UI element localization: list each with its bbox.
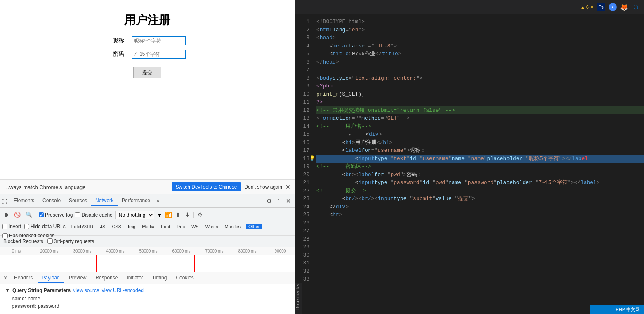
red-line-2 (194, 255, 195, 272)
tick-70000: 70000 ms (198, 247, 231, 255)
req-tab-payload[interactable]: Payload (38, 273, 64, 283)
preserve-log-checkbox[interactable] (39, 212, 44, 217)
password-label: 密码： (109, 50, 130, 58)
devtools-settings-button[interactable]: ⚙ (264, 196, 274, 205)
filter-doc[interactable]: Doc (174, 224, 187, 229)
filter-css[interactable]: CSS (109, 224, 124, 229)
code-line-26 (316, 219, 644, 227)
timeline-area: 0 ms 20000 ms 30000 ms 40000 ms 50000 ms… (0, 247, 295, 272)
filter-manifest[interactable]: Manifest (222, 224, 244, 229)
third-party-checkbox[interactable] (47, 238, 53, 244)
param-name-key: name: (12, 296, 26, 302)
payload-area: ▼ Query String Parameters view source vi… (0, 284, 295, 314)
code-line-25: <hr> (316, 211, 644, 219)
throttle-select[interactable]: No throttling (115, 211, 154, 219)
tick-60000: 60000 ms (165, 247, 198, 255)
nickname-row: 昵称： (109, 36, 186, 45)
edge-icon[interactable]: ⬡ (632, 3, 640, 11)
tab-console[interactable]: Console (38, 196, 65, 206)
chrome-icon[interactable]: ● (609, 3, 617, 11)
code-line-10: print_r($_GET); (316, 90, 644, 99)
download-button[interactable]: ⬇ (184, 211, 191, 219)
code-line-2: <html lang="en"> (316, 26, 644, 34)
has-blocked-label[interactable]: Has blocked cookies (2, 233, 54, 238)
code-line-23: <br/><br/><input type="submit" value="提交… (316, 195, 644, 203)
filter-wasm[interactable]: Wasm (203, 224, 221, 229)
code-line-20: <br><label for="pwd">密码： (316, 171, 644, 179)
code-line-16: <h1>用户注册</h1> (316, 139, 644, 147)
panel-toggle[interactable]: ⬚ (2, 198, 7, 204)
devtools-tab-bar: ⬚ Elements Console Sources Network Perfo… (0, 194, 295, 208)
code-line-5: <title>0705作业</title> (316, 50, 644, 58)
ps-icon[interactable]: Ps (597, 3, 605, 11)
code-line-19: <!-- 密码区--> (316, 163, 644, 171)
password-row: 密码： (109, 50, 186, 59)
req-tab-timing[interactable]: Timing (148, 273, 171, 283)
triangle-toggle[interactable]: ▼ (5, 288, 10, 293)
filter-img[interactable]: Img (125, 224, 138, 229)
switch-devtools-button[interactable]: Switch DevTools to Chinese (172, 182, 241, 191)
code-line-29 (316, 243, 644, 251)
banner-close-button[interactable]: ✕ (285, 184, 290, 190)
req-tab-headers[interactable]: Headers (10, 273, 37, 283)
code-line-24: </div> (316, 203, 644, 211)
bookmarks-sidebar[interactable]: Bookmarks (295, 283, 302, 314)
nickname-input[interactable] (132, 36, 186, 45)
password-input[interactable] (132, 50, 186, 59)
request-tab-close[interactable]: ✕ (2, 275, 9, 281)
settings-button[interactable]: ⚙ (196, 211, 204, 219)
filter-ws[interactable]: WS (189, 224, 201, 229)
query-string-label: Query String Parameters (12, 288, 71, 293)
view-encoded-link[interactable]: view URL-encoded (102, 288, 144, 293)
tab-more[interactable]: » (154, 196, 162, 206)
code-line-3: <head> (316, 34, 644, 42)
tab-elements[interactable]: Elements (9, 196, 38, 206)
tick-50000: 50000 ms (132, 247, 165, 255)
req-tab-cookies[interactable]: Cookies (172, 273, 198, 283)
disable-cache-checkbox[interactable] (75, 212, 80, 217)
filter-js[interactable]: JS (98, 224, 108, 229)
submit-button[interactable]: 提交 (133, 67, 161, 78)
code-line-6: </head> (316, 58, 644, 66)
code-line-8: <body style="text-align: center;"> (316, 74, 644, 83)
page-title: 用户注册 (124, 12, 170, 28)
hide-data-urls-label[interactable]: Hide data URLs (24, 224, 66, 229)
bottom-status-bar: PHP 中文网 (590, 305, 644, 314)
filter-fetch-xhr[interactable]: Fetch/XHR (69, 224, 96, 229)
search-button[interactable]: 🔍 (24, 211, 33, 219)
preserve-log-label[interactable]: Preserve log (39, 212, 73, 218)
tab-network[interactable]: Network (91, 196, 118, 206)
filter-other[interactable]: Other (246, 224, 262, 229)
devtools-panel: ⬚ Elements Console Sources Network Perfo… (0, 194, 295, 314)
req-tab-initiator[interactable]: Initiator (123, 273, 147, 283)
record-button[interactable]: ⏺ (2, 211, 10, 219)
devtools-more-button[interactable]: ⋮ (274, 196, 284, 205)
upload-button[interactable]: ⬆ (175, 211, 182, 219)
network-toolbar: ⏺ 🚫 🔍 Preserve log Disable cache No thro… (0, 208, 295, 222)
devtools-close-button[interactable]: ✕ (284, 196, 293, 205)
disable-cache-label[interactable]: Disable cache (75, 212, 112, 218)
status-right: PHP 中文网 (616, 307, 640, 313)
tab-performance[interactable]: Performance (118, 196, 154, 206)
third-party-label[interactable]: 3rd-party requests (47, 238, 94, 244)
code-line-33 (316, 275, 644, 283)
req-tab-preview[interactable]: Preview (65, 273, 91, 283)
bookmarks-label[interactable]: Bookmarks (295, 283, 300, 310)
clear-button[interactable]: 🚫 (13, 211, 22, 219)
timeline-bars (0, 255, 295, 272)
filter-font[interactable]: Font (158, 224, 172, 229)
firefox-icon[interactable]: 🦊 (620, 3, 628, 11)
code-line-9: <?php (316, 82, 644, 90)
filter-media[interactable]: Media (139, 224, 157, 229)
tab-sources[interactable]: Sources (65, 196, 91, 206)
req-tab-response[interactable]: Response (91, 273, 122, 283)
view-source-link[interactable]: view source (73, 288, 99, 293)
hide-data-urls-checkbox[interactable] (24, 224, 29, 229)
invert-label[interactable]: Invert (2, 224, 21, 229)
has-blocked-checkbox[interactable] (2, 233, 8, 238)
code-line-28 (316, 235, 644, 243)
invert-checkbox[interactable] (2, 224, 7, 229)
dont-show-button[interactable]: Don't show again (244, 184, 282, 190)
red-line-3 (288, 255, 288, 272)
filter-bar: Invert Hide data URLs Fetch/XHR JS CSS I… (0, 222, 295, 236)
